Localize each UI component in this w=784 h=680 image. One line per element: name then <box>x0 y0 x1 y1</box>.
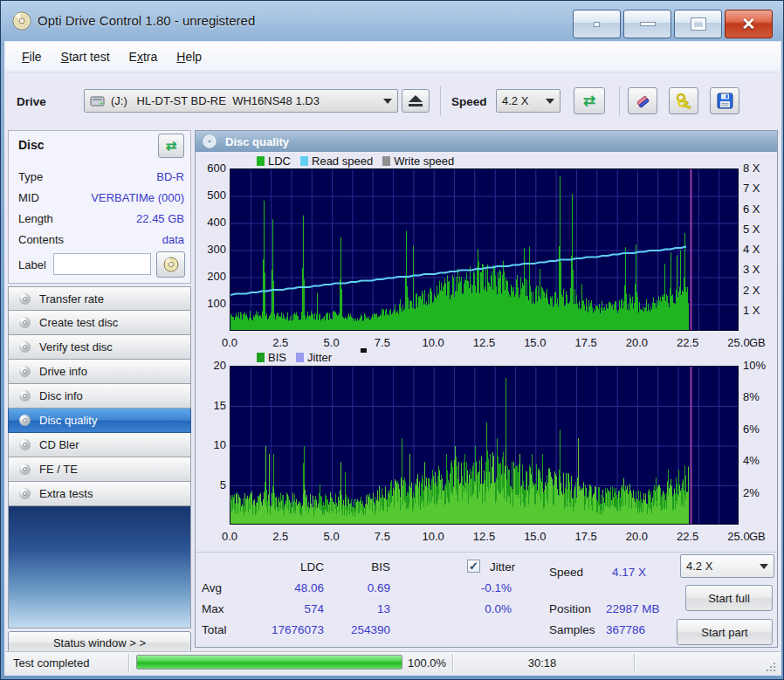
sidebar-item-drive-info[interactable]: Drive info <box>8 360 191 384</box>
disc-icon <box>19 390 31 402</box>
save-button[interactable] <box>710 87 739 114</box>
axis-tick: 12.5 <box>467 336 502 349</box>
bis-jitter-chart <box>230 366 739 525</box>
disc-row-length: Length22.45 GB <box>18 212 184 225</box>
disc-row-value: data <box>162 233 184 246</box>
menu-item-file[interactable]: File <box>14 46 50 67</box>
license-keys-button[interactable] <box>669 87 698 114</box>
progress-bar <box>136 655 402 670</box>
refresh-button[interactable]: ⇄ <box>574 87 605 114</box>
eject-button[interactable] <box>402 89 430 113</box>
refresh-icon: ⇄ <box>583 92 595 110</box>
disc-row-value: VERBATIMe (000) <box>91 191 184 204</box>
statusbar-separator <box>452 654 453 671</box>
disc-icon <box>19 488 31 499</box>
axis-tick: 17.5 <box>568 336 603 349</box>
maximize-button[interactable] <box>674 10 722 38</box>
statusbar-separator <box>128 654 129 671</box>
position-stat-label: Position <box>549 602 591 615</box>
sidebar-item-create-test-disc[interactable]: Create test disc <box>8 311 191 335</box>
sidebar-item-disc-info[interactable]: Disc info <box>8 384 191 409</box>
close-button[interactable]: ✕ <box>725 10 773 38</box>
stats-row-label: Total <box>202 623 227 636</box>
statusbar-separator <box>634 654 635 671</box>
disc-icon <box>19 317 31 328</box>
disc-row-value: 22.45 GB <box>136 212 184 225</box>
stats-ldc-value: 17676073 <box>254 623 324 636</box>
drive-combobox[interactable]: (J:) HL-DT-ST BD-RE WH16NS48 1.D3 <box>84 89 398 113</box>
speed-select[interactable]: 4.2 X <box>680 554 774 578</box>
axis-tick: 2.5 <box>263 530 298 543</box>
disc-icon <box>19 293 31 305</box>
disc-row-label: Contents <box>18 233 64 246</box>
axis-tick: 22.5 <box>671 336 705 349</box>
axis-tick: 200 <box>191 270 226 283</box>
tray-button[interactable] <box>573 10 621 38</box>
speed-combobox[interactable]: 4.2 X <box>496 89 560 113</box>
disc-row-contents: Contentsdata <box>18 233 184 246</box>
axis-tick: 2.5 <box>263 336 298 349</box>
disc-label-input[interactable] <box>53 253 151 275</box>
disc-row-type: TypeBD-R <box>18 170 184 183</box>
menu-item-extra[interactable]: Extra <box>121 46 166 67</box>
erase-disc-button[interactable] <box>628 87 657 114</box>
eject-icon-bar <box>409 104 423 106</box>
sidebar-item-extra-tests[interactable]: Extra tests <box>8 482 191 506</box>
axis-tick: 20.0 <box>619 336 654 349</box>
sidebar-item-disc-quality[interactable]: Disc quality <box>8 409 191 433</box>
axis-tick: 20 <box>191 359 226 372</box>
legend-item-read-speed: Read speed <box>300 155 373 168</box>
sidebar-item-verify-test-disc[interactable]: Verify test disc <box>8 335 191 360</box>
resize-grip[interactable] <box>766 662 776 672</box>
speed-value: 4.2 X <box>502 94 528 107</box>
disc-label-button[interactable] <box>156 251 185 278</box>
axis-tick: 7.5 <box>365 530 400 543</box>
sidebar-item-fe-te[interactable]: FE / TE <box>8 457 191 482</box>
axis-tick: 15.0 <box>518 530 553 543</box>
menu-item-start-test[interactable]: Start test <box>53 46 118 67</box>
disc-refresh-button[interactable]: ⇄ <box>158 134 184 158</box>
disc-panel-title: Disc <box>18 138 45 152</box>
sidebar-item-label: Drive info <box>39 365 87 378</box>
legend-top: LDCRead speedWrite speed <box>257 155 454 168</box>
stats-header-ldc: LDC <box>263 560 324 574</box>
axis-tick: 2 X <box>743 284 778 297</box>
disc-icon <box>19 464 31 475</box>
sidebar-item-cd-bler[interactable]: CD Bler <box>8 433 191 457</box>
title-bar[interactable]: Opti Drive Control 1.80 - unregistered ✕ <box>1 1 783 41</box>
stats-row-label: Avg <box>202 581 222 594</box>
menu-item-help[interactable]: Help <box>168 46 210 67</box>
window-title: Opti Drive Control 1.80 - unregistered <box>38 13 255 28</box>
axis-tick: 300 <box>191 243 226 256</box>
disc-row-value: BD-R <box>156 170 184 183</box>
sidebar-item-transfer-rate[interactable]: Transfer rate <box>8 286 191 311</box>
axis-tick: 22.5 <box>671 530 705 543</box>
disc-label-label: Label <box>18 258 46 271</box>
axis-tick: 10% <box>743 359 778 372</box>
speed-label: Speed <box>451 95 487 108</box>
drive-icon <box>90 95 106 107</box>
legend-swatch <box>382 156 390 166</box>
disc-quality-icon <box>203 134 217 148</box>
start-full-button[interactable]: Start full <box>685 585 773 611</box>
chevron-down-icon <box>546 99 554 104</box>
axis-tick: GB <box>749 336 775 349</box>
disc-row-label: Type <box>18 170 43 183</box>
disc-row-label: Length <box>18 212 53 225</box>
axis-tick: 2% <box>743 486 778 499</box>
maximize-icon <box>691 18 705 30</box>
stats-row-label: Max <box>202 602 224 615</box>
axis-tick: 5.0 <box>314 530 349 543</box>
legend-swatch <box>257 156 265 166</box>
legend-label: Jitter <box>307 351 332 364</box>
axis-tick: 10 <box>191 438 226 451</box>
minimize-button[interactable] <box>623 10 671 38</box>
axis-tick: 500 <box>191 189 226 202</box>
disc-row-mid: MIDVERBATIMe (000) <box>18 191 184 204</box>
start-part-button[interactable]: Start part <box>677 619 773 645</box>
sidebar-item-label: Create test disc <box>39 316 118 329</box>
stats-ldc-value: 48.06 <box>254 581 324 594</box>
jitter-checkbox[interactable]: ✓ <box>467 560 480 573</box>
save-icon <box>717 93 733 109</box>
legend-label: LDC <box>268 155 291 168</box>
